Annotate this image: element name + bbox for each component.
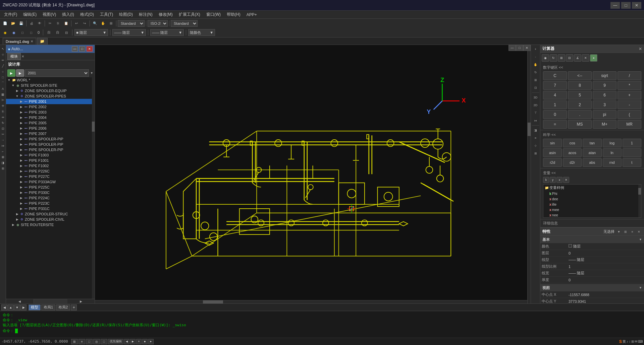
- tree-item-pipe2004[interactable]: ▶ ⊷ PIPE 2004: [6, 115, 95, 120]
- layer-dropdown[interactable]: ■ 随层▼: [74, 29, 108, 36]
- tb-layer6[interactable]: 自: [54, 29, 61, 36]
- np-mr[interactable]: MR: [618, 120, 641, 129]
- tree-expand-pipe2004[interactable]: ▶: [19, 115, 23, 120]
- coord-btn-fill[interactable]: ■: [142, 339, 148, 344]
- var-btn-y[interactable]: y: [550, 177, 556, 183]
- menu-window[interactable]: 窗口(W): [204, 11, 223, 18]
- np-mplus[interactable]: M+: [593, 120, 616, 129]
- sci-rnd[interactable]: rnd: [603, 158, 622, 167]
- var-mee[interactable]: x mee: [543, 207, 641, 212]
- calc-tb-add[interactable]: ⊞: [558, 54, 565, 62]
- tb-layer2[interactable]: ◉: [10, 29, 17, 36]
- tree-expand-spooler2[interactable]: ▶: [19, 142, 23, 147]
- np-divide[interactable]: /: [618, 71, 641, 80]
- side-icon-select[interactable]: ⊹: [0, 52, 6, 57]
- side-icon-dim[interactable]: ⊢: [0, 97, 6, 103]
- tb-style-select[interactable]: Standard: [118, 20, 145, 27]
- tb-open[interactable]: 📂: [9, 20, 17, 27]
- module-panel-minimize[interactable]: —: [72, 46, 78, 52]
- tree-expand-pipe2001[interactable]: ▶: [19, 99, 23, 104]
- np-dot[interactable]: .: [568, 110, 592, 119]
- np-0[interactable]: 0: [543, 110, 567, 119]
- rt-snap[interactable]: ⊹: [532, 142, 539, 149]
- rt-layers[interactable]: ◨: [532, 127, 539, 134]
- tree-expand-spooler3[interactable]: ▶: [19, 147, 23, 152]
- side-icon-rotate[interactable]: ↻: [0, 120, 6, 126]
- tree-expand-civil[interactable]: ▶: [15, 217, 19, 222]
- np-7[interactable]: 7: [543, 81, 567, 90]
- tb-standard-select[interactable]: Standard: [171, 20, 198, 27]
- side-icon-move[interactable]: ✛: [0, 103, 6, 109]
- coord-btn-snap[interactable]: ≡: [78, 339, 85, 344]
- side-icon-trim[interactable]: ✂: [0, 132, 6, 137]
- var-btn-x[interactable]: x: [556, 177, 562, 183]
- rt-3d[interactable]: 3D: [532, 94, 539, 101]
- tree-item-pipe2001[interactable]: ▶ ⊷ PIPE 2001: [6, 99, 95, 104]
- tree-expand-equip[interactable]: ▶: [15, 88, 19, 93]
- tree-expand-p333agw[interactable]: ▶: [19, 180, 23, 184]
- tree-scroll-left[interactable]: ◀: [6, 299, 34, 303]
- sci-r2d[interactable]: r2d: [543, 158, 562, 167]
- props-filter-btn[interactable]: ▼: [616, 229, 622, 235]
- tb-layer4[interactable]: □: [28, 29, 35, 36]
- coord-btn-play[interactable]: ►: [148, 339, 154, 344]
- tree-item-worl[interactable]: ▼ 📁 WORL *: [6, 77, 95, 83]
- tb-paste[interactable]: 📋: [62, 20, 70, 27]
- cmd-cursor-block[interactable]: [15, 329, 18, 333]
- doc-tab-close[interactable]: ✕: [31, 40, 33, 43]
- tree-expand-pipe2003[interactable]: ▶: [19, 110, 23, 115]
- rt-zoom-in[interactable]: +: [532, 46, 539, 53]
- tree-expand-router[interactable]: ▶: [11, 222, 15, 227]
- side-icon-rect[interactable]: □: [0, 75, 6, 80]
- coord-btn-osnap[interactable]: □: [101, 339, 107, 344]
- np-pi[interactable]: pi: [593, 110, 616, 119]
- tree-item-zone-equip[interactable]: ▶ ⚙ ZONE SPOOLER-EQUIP: [6, 88, 95, 93]
- tb-iso-select[interactable]: ISO-25: [148, 20, 168, 27]
- lib-version-select[interactable]: 2001: [25, 69, 89, 77]
- tb-print[interactable]: 🖨: [28, 20, 35, 27]
- menu-file[interactable]: 文件(F): [1, 11, 20, 18]
- np-5[interactable]: 5: [568, 91, 592, 99]
- rt-pan[interactable]: ✋: [532, 61, 539, 68]
- tb-zoom-in[interactable]: 🔍: [91, 20, 99, 27]
- np-1[interactable]: 1: [543, 100, 567, 109]
- tb-redo[interactable]: ↪: [81, 20, 88, 27]
- tb-new[interactable]: 📄: [1, 20, 9, 27]
- lineweight-dropdown[interactable]: —— 随层▼: [150, 29, 184, 36]
- tree-expand-pipes[interactable]: ▼: [15, 94, 19, 98]
- var-phi[interactable]: k Phi: [543, 191, 641, 196]
- tree-item-pipep223c[interactable]: ▶ ⊷ PIPE P223C: [6, 201, 95, 206]
- calc-tb-clear2[interactable]: ✕: [582, 54, 589, 62]
- tree-expand-p223c[interactable]: ▶: [19, 201, 23, 206]
- side-icon-layer[interactable]: ◨: [0, 160, 6, 165]
- menu-tools[interactable]: 工具(T): [97, 11, 116, 18]
- tree-expand-site[interactable]: ▼: [11, 83, 15, 88]
- side-icon-line[interactable]: ╱: [0, 63, 6, 69]
- calc-tb-circle[interactable]: ◉: [542, 54, 549, 62]
- nav-arrow-up[interactable]: ▲: [8, 304, 14, 310]
- tree-area[interactable]: ▼ 📁 WORL * ▼ ⊕ SITE SPOOLER-SITE ▶ ⚙ ZON…: [6, 77, 95, 299]
- tb-pan[interactable]: ✋: [99, 20, 107, 27]
- tree-expand-p331c[interactable]: ▶: [19, 206, 23, 211]
- calc-tb-angle[interactable]: ∡: [574, 54, 581, 62]
- tree-item-pipe2006[interactable]: ▶ ⊷ PIPE 2006: [6, 126, 95, 131]
- var-label[interactable]: 变量 <<: [543, 170, 641, 176]
- rt-grid[interactable]: ⊞: [532, 150, 539, 157]
- tree-item-site-router[interactable]: ▶ ⊕ SITE ROUTERSITE: [6, 222, 95, 227]
- coord-btn-arrow-l[interactable]: ◀: [124, 339, 129, 344]
- var-ille[interactable]: x ille: [543, 202, 641, 207]
- props-section-basic-header[interactable]: 基本 ▼: [540, 236, 644, 243]
- rt-2d[interactable]: 2D: [532, 101, 539, 109]
- minimize-button[interactable]: —: [610, 2, 620, 9]
- tree-item-pipe-spooler2[interactable]: ▶ ⊷ PIPE SPOOLER-PIP: [6, 142, 95, 147]
- tree-scroll-right[interactable]: ▶: [67, 299, 95, 303]
- tree-item-pipep227c[interactable]: ▶ ⊷ PIPE P227C: [6, 174, 95, 179]
- tree-item-pipef1002[interactable]: ▶ ⊷ PIPE F1002: [6, 163, 95, 168]
- side-icon-copy2[interactable]: ⎘: [0, 109, 6, 114]
- tb-layer3[interactable]: □: [19, 29, 26, 36]
- sci-abs[interactable]: abs: [583, 158, 601, 167]
- tree-item-pipep225c[interactable]: ▶ ⊷ PIPE P225C: [6, 185, 95, 190]
- side-icon-scale[interactable]: ⊡: [0, 126, 6, 131]
- lib-btn-right[interactable]: ▶: [16, 69, 24, 77]
- var-nee[interactable]: x nee: [543, 212, 641, 218]
